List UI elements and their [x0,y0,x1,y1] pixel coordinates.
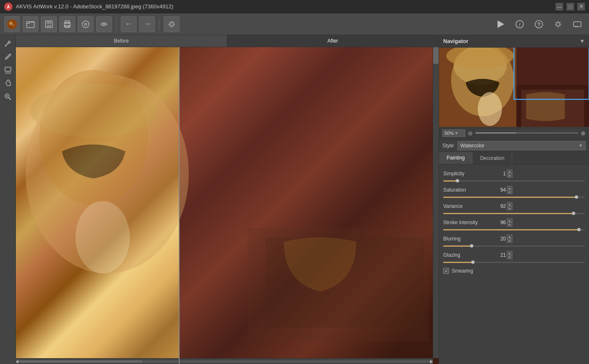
glazing-slider[interactable] [443,262,585,263]
save-file-button[interactable] [41,16,57,32]
open-file-button[interactable] [23,16,38,32]
zoom-out-button[interactable]: ⊖ [468,130,473,136]
saturation-down[interactable]: ▼ [507,190,513,194]
glazing-label: Glazing [443,252,489,258]
blurring-value: 20 [489,236,506,242]
variance-slider[interactable] [443,213,585,214]
scrollbar-v-thumb[interactable] [433,47,439,64]
scroll-left-btn[interactable]: ◀ [16,359,18,364]
print-button[interactable] [59,16,75,32]
zoom-slider[interactable] [475,132,578,134]
glazing-up[interactable]: ▲ [507,251,513,255]
blurring-thumb[interactable] [470,244,473,248]
logo-btn[interactable] [4,16,20,32]
horizontal-scrollbar[interactable]: ◀ ▶ [16,358,433,364]
help-button[interactable]: ? [531,17,546,32]
pen-tool[interactable] [2,51,14,63]
svg-rect-24 [5,67,11,71]
saturation-spinner[interactable]: ▲ ▼ [507,186,513,194]
scrollbar-h-thumb[interactable] [19,360,142,363]
tool2-button[interactable] [96,16,112,32]
simplicity-spinner[interactable]: ▲ ▼ [507,169,513,178]
glazing-spinner[interactable]: ▲ ▼ [507,251,513,259]
variance-down[interactable]: ▼ [507,206,513,210]
simplicity-thumb[interactable] [456,179,459,182]
zoom-slider-fill [475,132,516,134]
gear-settings-button[interactable] [164,16,180,32]
glazing-thumb[interactable] [471,260,475,264]
svg-text:i: i [519,22,520,28]
simplicity-up[interactable]: ▲ [507,169,513,174]
left-tools-panel [0,35,16,364]
messages-button[interactable] [570,17,585,32]
simplicity-row: Simplicity 1 ▲ ▼ [439,167,589,180]
hand-tool[interactable] [2,78,14,89]
blurring-up[interactable]: ▲ [507,235,513,239]
variance-thumb[interactable] [572,212,575,215]
app-icon: A [4,3,13,11]
stroke-intensity-fill [443,229,579,230]
blurring-spinner[interactable]: ▲ ▼ [507,235,513,243]
saturation-thumb[interactable] [575,195,578,199]
canvas-tabs: Before After [16,35,439,47]
blurring-down[interactable]: ▼ [507,239,513,243]
minimize-button[interactable]: — [556,3,563,10]
stroke-intensity-thumb[interactable] [577,228,581,231]
scroll-right-btn[interactable]: ▶ [430,359,433,364]
decoration-tab[interactable]: Decoration [472,152,512,164]
stroke-intensity-down[interactable]: ▼ [507,222,513,227]
glazing-down[interactable]: ▼ [507,255,513,259]
after-tab[interactable]: After [227,35,439,47]
saturation-slider[interactable] [443,197,585,198]
svg-marker-16 [498,20,504,28]
params-area: Simplicity 1 ▲ ▼ Saturation 94 ▲ [439,164,589,364]
forward-button[interactable]: → [139,16,155,32]
smearing-label: Smearing [452,268,473,274]
variance-slider-row [439,213,589,216]
style-dropdown[interactable]: Watercolor ▼ [457,141,586,150]
play-button[interactable] [493,17,508,32]
navigator-collapse-icon[interactable]: ▼ [579,38,585,44]
stroke-intensity-up[interactable]: ▲ [507,218,513,222]
zoom-dropdown-arrow[interactable]: ▼ [454,131,458,135]
stroke-intensity-spinner[interactable]: ▲ ▼ [507,218,513,227]
maximize-button[interactable]: □ [566,3,574,10]
preferences-button[interactable] [551,17,566,32]
painting-tab[interactable]: Painting [439,152,472,164]
zoom-tool[interactable] [2,91,14,103]
tool1-button[interactable] [78,16,94,32]
toolbar: ← → i ? [0,13,589,35]
zoom-percent-selector[interactable]: 50% ▼ [442,129,465,137]
scrollbar-h-track[interactable] [19,360,429,363]
stroke-intensity-slider[interactable] [443,229,585,230]
back-button[interactable]: ← [121,16,137,32]
svg-point-23 [5,45,6,47]
zoom-in-button[interactable]: ⊕ [581,130,586,136]
dropper-tool[interactable] [2,38,14,49]
toolbar-separator-1 [116,18,117,30]
glazing-value: 21 [489,252,506,258]
vertical-scrollbar[interactable] [433,47,439,358]
svg-rect-22 [574,22,581,27]
simplicity-down[interactable]: ▼ [507,174,513,178]
svg-rect-7 [47,21,51,24]
svg-rect-8 [47,25,51,28]
blurring-slider[interactable] [443,245,585,247]
simplicity-slider-row [439,180,589,183]
eraser-tool[interactable] [2,64,14,76]
saturation-value: 94 [489,187,506,193]
info-button[interactable]: i [512,17,527,32]
variance-up[interactable]: ▲ [507,202,513,206]
variance-spinner[interactable]: ▲ ▼ [507,202,513,210]
before-tab[interactable]: Before [16,35,227,47]
canvas-wrapper[interactable]: ◀ ▶ [16,47,439,364]
variance-value: 92 [489,203,506,209]
zoom-ticks [475,130,578,131]
simplicity-slider[interactable] [443,180,585,182]
close-button[interactable]: ✕ [577,3,585,10]
saturation-up[interactable]: ▲ [507,186,513,190]
smearing-checkbox[interactable]: ✓ [443,268,449,274]
navigator-title: Navigator [443,38,468,44]
right-panel: Navigator ▼ [439,35,589,364]
svg-line-27 [9,98,11,100]
